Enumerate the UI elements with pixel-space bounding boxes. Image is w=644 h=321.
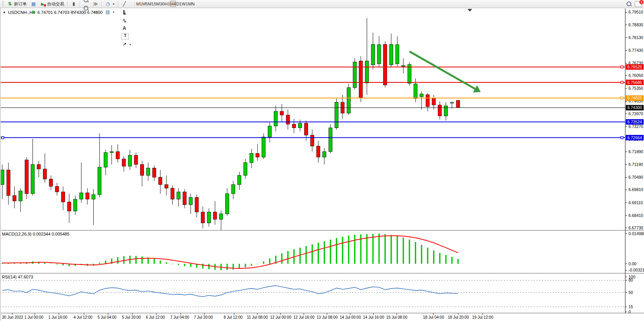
channel-icon: ∥E — [122, 9, 127, 15]
zoom-out-icon[interactable]: − — [81, 4, 91, 12]
macd-histogram-bar — [403, 237, 404, 264]
line-chart-icon: ∿ — [71, 9, 77, 15]
timeframe-h1[interactable]: H1 — [164, 1, 170, 7]
macd-histogram-bar — [348, 236, 349, 264]
time-tick-label: 1 Jul 00:00 — [24, 315, 43, 319]
line-handle[interactable] — [2, 137, 4, 139]
candle-bearish — [292, 124, 296, 128]
fibonacci-icon[interactable]: ≡F — [120, 16, 134, 24]
macd-histogram-bar — [99, 263, 100, 264]
line-handle[interactable] — [621, 81, 623, 84]
timeframe-d1[interactable]: D1 — [176, 1, 182, 7]
time-tick-label: 18 Jul 04:00 — [423, 315, 444, 319]
price-tick-label: 6.78830 — [629, 22, 643, 27]
toolbar-separator — [118, 1, 118, 7]
templates-button: ▤ — [105, 9, 111, 15]
periods-button[interactable]: ◷▼ — [103, 0, 117, 8]
macd-histogram-bar — [160, 261, 161, 264]
candle-bearish — [256, 154, 259, 157]
toolbar-separator — [135, 1, 135, 7]
candle-bearish — [183, 192, 187, 205]
candle-bearish — [140, 164, 144, 175]
macd-histogram-bar — [391, 235, 392, 264]
notifications-icon[interactable]: 1 — [635, 1, 642, 7]
time-tick-label: 8 Jul 12:00 — [224, 315, 243, 319]
line-handle[interactable] — [621, 66, 623, 68]
chart-shift-icon[interactable]: ↦ — [91, 8, 100, 16]
macd-axis-label: 0.00 — [629, 261, 637, 266]
zoom-in-icon[interactable]: + — [81, 0, 91, 4]
main-toolbar: ⇅ 新订单 ◆▦◉ ▶ 自动交易 ║▮∿ +− ⊞≫↦ +▼◷▼▤▼ ▩▼↖+│… — [0, 0, 644, 8]
macd-histogram-bar — [263, 261, 264, 264]
candle-bullish — [128, 155, 132, 166]
profiles-icon[interactable]: ▦ — [29, 0, 38, 8]
macd-histogram-bar — [233, 264, 234, 270]
candle-bullish — [250, 154, 253, 163]
macd-histogram-bar — [202, 264, 203, 269]
timeframe-m15[interactable]: M15 — [148, 1, 156, 7]
channel-icon[interactable]: ∥E — [120, 8, 134, 16]
macd-histogram-bar — [342, 237, 343, 264]
candle-bearish — [317, 146, 320, 157]
candle-bearish — [152, 168, 156, 178]
time-tick-label: 6 Jul 12:00 — [146, 315, 165, 319]
rsi-axis-label: 50 — [629, 290, 633, 295]
timeframe-mn[interactable]: MN — [188, 1, 195, 7]
macd-histogram-bar — [208, 264, 209, 269]
price-tick-label: 6.77430 — [629, 48, 643, 53]
autotrading-button[interactable]: ▶ 自动交易 — [38, 0, 66, 8]
chart-shift-icon: ↦ — [92, 9, 98, 15]
line-chart-icon[interactable]: ∿ — [69, 8, 79, 16]
text-icon[interactable]: A — [120, 24, 134, 32]
time-tick-label: 14 Jul 00:00 — [340, 315, 361, 319]
chevron-down-icon[interactable]: ▼ — [3, 11, 6, 14]
toolbar-grip[interactable] — [2, 1, 4, 7]
candle-bullish — [231, 184, 235, 194]
line-handle[interactable] — [621, 97, 623, 99]
templates-button[interactable]: ▤▼ — [103, 8, 117, 16]
candle-bullish — [420, 94, 423, 97]
macd-histogram-bar — [154, 259, 155, 264]
line-handle[interactable] — [621, 137, 623, 139]
timeframe-m5[interactable]: M5 — [142, 1, 148, 7]
timeframe-h4[interactable]: H4 — [170, 1, 176, 7]
price-tick-label: 6.68410 — [629, 213, 643, 218]
price-badge-label: 6.72664 — [627, 135, 642, 140]
macd-histogram-bar — [184, 264, 185, 266]
macd-histogram-bar — [421, 245, 422, 264]
macd-histogram-bar — [384, 234, 385, 264]
candle-bearish — [49, 179, 53, 186]
macd-histogram-bar — [354, 235, 355, 264]
candle-bearish — [37, 164, 41, 169]
candle-bearish — [171, 188, 174, 199]
candle-bullish — [225, 194, 229, 214]
candle-bearish — [164, 184, 168, 188]
arrows-icon: ↗ — [122, 42, 127, 48]
macd-histogram-bar — [178, 264, 179, 265]
timeframe-m1[interactable]: M1 — [136, 1, 142, 7]
timeframe-m30[interactable]: M30 — [156, 1, 164, 7]
candlestick-chart-icon[interactable]: ▮ — [69, 0, 79, 8]
arrows-icon[interactable]: ↗▼ — [120, 41, 134, 49]
auto-scroll-icon[interactable]: ≫ — [91, 0, 100, 8]
candle-bullish — [146, 168, 150, 176]
trendline-icon[interactable]: ╱ — [120, 0, 134, 8]
time-tick-label: 30 Jun 2022 — [2, 315, 23, 319]
time-tick-label: 7 Jul 20:00 — [194, 315, 213, 319]
dropdown-caret-icon: ▼ — [129, 43, 132, 46]
new-order-button[interactable]: ⇅ 新订单 — [5, 0, 29, 8]
alerts-icon[interactable]: ◉ — [29, 8, 38, 16]
chart-canvas[interactable]: 6.795106.788306.781306.774306.767306.760… — [0, 0, 644, 321]
macd-histogram-bar — [379, 234, 380, 264]
candle-bullish — [104, 152, 107, 167]
time-tick-label: 14 Jul 16:00 — [363, 315, 384, 319]
candle-bullish — [329, 128, 332, 152]
timeframe-w1[interactable]: W1 — [182, 1, 188, 7]
candle-bearish — [86, 193, 89, 199]
macd-histogram-bar — [62, 264, 63, 265]
search-icon[interactable] — [626, 1, 632, 7]
macd-axis-label: 0.014988 — [629, 231, 644, 236]
time-tick-label: 12 Jul 16:00 — [293, 315, 315, 319]
text-label-icon[interactable]: T — [120, 32, 134, 41]
fibonacci-icon: ≡F — [122, 17, 127, 23]
